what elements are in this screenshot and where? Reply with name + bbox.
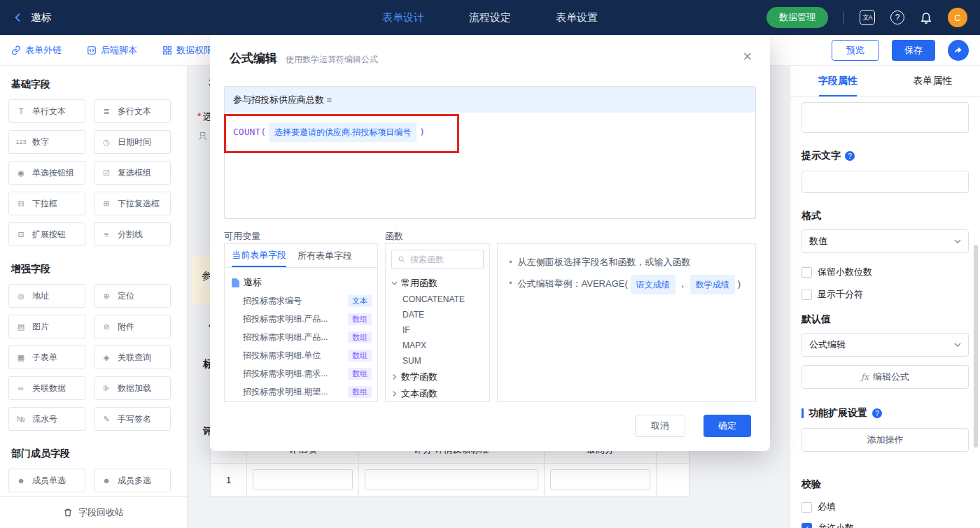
variable-chip[interactable]: 选择要邀请的供应商.招投标项目编号 bbox=[269, 122, 416, 142]
function-search-input[interactable]: 搜索函数 bbox=[391, 250, 484, 269]
field-type-extend-button[interactable]: ⊡扩展按钮 bbox=[8, 222, 85, 246]
hint-text-input[interactable] bbox=[802, 171, 969, 193]
share-button[interactable] bbox=[948, 40, 969, 61]
variable-item[interactable]: 招投标需求明细.期望...数组 bbox=[225, 383, 377, 401]
score-standard-input[interactable] bbox=[365, 469, 538, 490]
function-group-text[interactable]: 文本函数 bbox=[386, 385, 489, 402]
language-icon[interactable]: 文A bbox=[860, 10, 875, 25]
format-select[interactable]: 数值 bbox=[802, 229, 969, 253]
extension-settings-header: 功能扩展设置 ? bbox=[802, 407, 969, 420]
image-icon: ▤ bbox=[15, 322, 27, 331]
question-3-description: 只 bbox=[199, 130, 207, 142]
field-recycle-bin[interactable]: 字段回收站 bbox=[0, 496, 187, 528]
tab-flow-setting[interactable]: 流程设定 bbox=[469, 11, 511, 24]
field-type-multi-dropdown[interactable]: ⊞下拉复选框 bbox=[94, 192, 171, 215]
field-title-input[interactable] bbox=[802, 102, 969, 133]
avatar[interactable]: C bbox=[948, 8, 967, 27]
field-type-attachment[interactable]: ⊘附件 bbox=[94, 315, 171, 338]
topbar-divider bbox=[844, 11, 844, 24]
field-type-signature[interactable]: ✎手写签名 bbox=[94, 407, 171, 431]
formula-expression[interactable]: COUNT(选择要邀请的供应商.招投标项目编号) bbox=[225, 113, 755, 152]
extend-button-icon: ⊡ bbox=[15, 230, 27, 239]
external-link-item[interactable]: 表单外链 bbox=[11, 44, 62, 57]
function-item[interactable]: IF bbox=[386, 322, 489, 338]
tab-form-design[interactable]: 表单设计 bbox=[382, 11, 424, 24]
field-type-linked-query[interactable]: ◈关联查询 bbox=[94, 345, 171, 369]
allow-decimal-option[interactable]: ✓ 允许小数 bbox=[802, 522, 969, 528]
default-value-select[interactable]: 公式编辑 bbox=[802, 333, 969, 357]
field-type-dropdown[interactable]: ⊟下拉框 bbox=[8, 192, 85, 215]
member-multi-icon: ☻ bbox=[100, 476, 113, 485]
backend-script-item[interactable]: 后端脚本 bbox=[87, 44, 137, 57]
variable-item[interactable]: 招投标需求明细.需求...数组 bbox=[225, 364, 377, 383]
preview-button[interactable]: 预览 bbox=[832, 40, 879, 61]
allow-decimal-checkbox[interactable]: ✓ bbox=[802, 523, 812, 528]
permission-grid-icon bbox=[162, 45, 172, 55]
variable-item[interactable]: 招投标需求明细.产品...数组 bbox=[225, 328, 377, 346]
tab-form-properties[interactable]: 表单属性 bbox=[886, 66, 980, 96]
scrollbar[interactable] bbox=[974, 245, 978, 448]
eval-item-input[interactable] bbox=[253, 469, 353, 490]
max-score-input[interactable] bbox=[550, 469, 650, 490]
keep-decimals-checkbox[interactable] bbox=[802, 267, 812, 278]
app-window: 邀标 表单设计 流程设定 表单设置 数据管理 文A ? C 表单外链 bbox=[0, 0, 980, 528]
function-item[interactable]: SUM bbox=[386, 353, 489, 369]
save-button[interactable]: 保存 bbox=[892, 40, 935, 61]
help-icon[interactable]: ? bbox=[890, 10, 904, 24]
required-checkbox[interactable] bbox=[802, 502, 812, 513]
field-type-radio-group[interactable]: ◉单选按钮组 bbox=[8, 161, 85, 185]
thousand-separator-option[interactable]: 显示千分符 bbox=[802, 288, 969, 301]
add-action-button[interactable]: 添加操作 bbox=[802, 428, 969, 452]
back-icon[interactable] bbox=[13, 12, 24, 23]
notification-bell-icon[interactable] bbox=[920, 11, 932, 24]
chevron-right-icon bbox=[393, 374, 397, 380]
variable-item[interactable]: 招投标需求明细.单位数组 bbox=[225, 346, 377, 364]
signature-icon: ✎ bbox=[100, 415, 113, 424]
field-type-divider[interactable]: ≡分割线 bbox=[94, 222, 171, 246]
field-type-location[interactable]: ⊕定位 bbox=[94, 284, 171, 308]
thousand-separator-checkbox[interactable] bbox=[802, 290, 812, 300]
close-icon[interactable]: × bbox=[743, 49, 752, 64]
tab-field-properties[interactable]: 字段属性 bbox=[790, 66, 886, 96]
field-type-serial-number[interactable]: №流水号 bbox=[8, 407, 85, 431]
field-type-data-load[interactable]: ⊪数据加载 bbox=[94, 376, 171, 400]
function-item[interactable]: CONCATENATE bbox=[386, 292, 489, 307]
field-type-address[interactable]: ◎地址 bbox=[8, 284, 85, 308]
example-chip-1: 语文成绩 bbox=[631, 275, 676, 294]
edit-formula-button[interactable]: ƒx 编辑公式 bbox=[802, 365, 969, 389]
function-token: COUNT( bbox=[233, 127, 266, 137]
variable-item[interactable]: 招投标需求编号文本 bbox=[225, 292, 377, 310]
chevron-down-icon bbox=[954, 343, 961, 347]
functions-label: 函数 bbox=[385, 230, 403, 243]
field-type-datetime[interactable]: ◷日期时间 bbox=[94, 130, 171, 154]
function-item[interactable]: DATE bbox=[386, 307, 489, 322]
function-group-math[interactable]: 数学函数 bbox=[386, 369, 489, 385]
address-icon: ◎ bbox=[15, 292, 27, 301]
hint-help-icon[interactable]: ? bbox=[845, 151, 855, 161]
field-type-number[interactable]: 123数字 bbox=[8, 130, 85, 154]
tab-form-setting[interactable]: 表单设置 bbox=[556, 11, 598, 24]
field-type-image[interactable]: ▤图片 bbox=[8, 315, 85, 338]
function-group-common[interactable]: 常用函数 bbox=[386, 275, 489, 292]
field-type-multi-line-text[interactable]: ≣多行文本 bbox=[94, 99, 171, 123]
field-type-single-line-text[interactable]: T单行文本 bbox=[8, 99, 85, 123]
function-item[interactable]: MAPX bbox=[386, 338, 489, 353]
formula-editor[interactable]: 参与招投标供应商总数 = COUNT(选择要邀请的供应商.招投标项目编号) bbox=[224, 86, 756, 219]
form-root-node[interactable]: 邀标 bbox=[225, 273, 377, 292]
variable-item[interactable]: 招投标需求明细.产品...数组 bbox=[225, 310, 377, 328]
search-icon bbox=[398, 255, 406, 264]
keep-decimals-option[interactable]: 保留小数位数 bbox=[802, 266, 969, 278]
tab-all-form-fields[interactable]: 所有表单字段 bbox=[298, 244, 352, 267]
data-manage-button[interactable]: 数据管理 bbox=[766, 7, 828, 28]
extension-help-icon[interactable]: ? bbox=[872, 408, 882, 418]
field-type-subform[interactable]: ▦子表单 bbox=[8, 345, 85, 369]
field-type-member-multi[interactable]: ☻成员多选 bbox=[94, 469, 171, 492]
tab-current-form-fields[interactable]: 当前表单字段 bbox=[232, 244, 286, 267]
data-permission-item[interactable]: 数据权限 bbox=[162, 44, 213, 57]
confirm-button[interactable]: 确定 bbox=[704, 415, 751, 437]
cancel-button[interactable]: 取消 bbox=[635, 415, 685, 437]
field-type-member-single[interactable]: ☻成员单选 bbox=[8, 469, 85, 492]
field-type-linked-data[interactable]: ∞关联数据 bbox=[8, 376, 85, 400]
field-type-checkbox-group[interactable]: ☑复选框组 bbox=[94, 161, 171, 185]
required-option[interactable]: 必填 bbox=[802, 501, 969, 513]
